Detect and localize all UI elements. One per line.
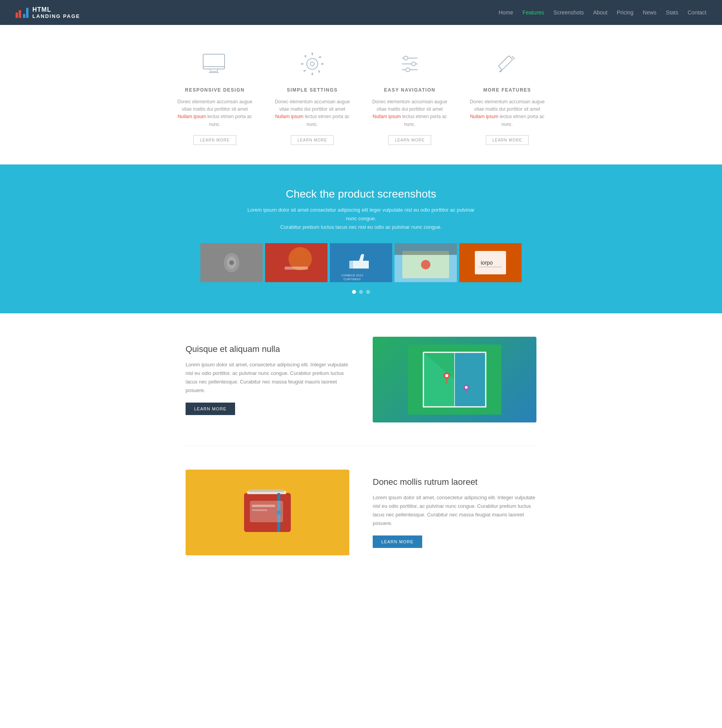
svg-rect-13 (498, 56, 513, 70)
feature-card-navigation: EASY NAVIGATION Donec elementum accumsan… (369, 48, 451, 145)
features-grid: RESPONSIVE DESIGN Donec elementum accums… (174, 48, 548, 145)
svg-point-44 (465, 386, 468, 389)
svg-rect-22 (285, 267, 308, 270)
screenshot-thumb-5[interactable]: iorpo (459, 243, 522, 282)
nav-link-home[interactable]: Home (499, 9, 513, 16)
nav-link-pricing[interactable]: Pricing (617, 9, 634, 16)
screenshots-section: Check the product screenshots Lorem ipsu… (0, 164, 722, 313)
nav-link-contact[interactable]: Contact (688, 9, 706, 16)
responsive-design-icon (199, 48, 230, 80)
nav-item-stats[interactable]: Stats (666, 9, 678, 16)
svg-rect-52 (250, 501, 283, 522)
feature-block-wallet-desc: Lorem ipsum dolor sit amet, consectetur … (373, 493, 536, 528)
nav-item-news[interactable]: News (643, 9, 657, 16)
screenshot-thumb-2[interactable] (265, 243, 327, 282)
svg-rect-24 (349, 261, 354, 269)
nav-item-home[interactable]: Home (499, 9, 513, 16)
nav-item-features[interactable]: Features (522, 9, 544, 16)
feature-block-wallet-text: Donec mollis rutrum laoreet Lorem ipsum … (373, 477, 536, 548)
nav-item-pricing[interactable]: Pricing (617, 9, 634, 16)
simple-settings-icon (297, 48, 328, 80)
screenshots-heading: Check the product screenshots (16, 188, 706, 200)
dot-3[interactable] (366, 290, 370, 294)
feature-block-wallet-image (186, 470, 349, 555)
feature-desc-more: Donec elementum accumsan augue vitae mat… (466, 98, 548, 128)
nav-item-about[interactable]: About (593, 9, 607, 16)
svg-rect-54 (252, 509, 267, 511)
nav-menu: Home Features Screenshots About Pricing … (499, 9, 706, 16)
feature-desc-responsive: Donec elementum accumsan augue vitae mat… (174, 98, 256, 128)
section-divider (186, 446, 536, 446)
features-section: RESPONSIVE DESIGN Donec elementum accums… (0, 25, 722, 164)
feature-block-wallet-button[interactable]: LEARN MORE (373, 535, 422, 548)
feature-block-map-title: Quisque et aliquam nulla (186, 344, 349, 354)
svg-point-6 (310, 62, 314, 66)
nav-link-screenshots[interactable]: Screenshots (554, 9, 584, 16)
screenshot-thumb-1[interactable] (200, 243, 263, 282)
svg-rect-30 (395, 243, 457, 255)
brand: HTML LANDING PAGE (16, 6, 499, 19)
screenshot-thumb-3[interactable]: COMECE 2013 CURTINDO! (330, 243, 392, 282)
dot-navigation (16, 290, 706, 294)
svg-point-41 (445, 374, 448, 377)
feature-title-responsive: RESPONSIVE DESIGN (174, 87, 256, 93)
feature-desc-settings: Donec elementum accumsan augue vitae mat… (271, 98, 353, 128)
easy-navigation-icon (394, 48, 425, 80)
svg-point-11 (412, 62, 416, 66)
feature-desc-navigation: Donec elementum accumsan augue vitae mat… (369, 98, 451, 128)
feature-card-responsive: RESPONSIVE DESIGN Donec elementum accums… (174, 48, 256, 145)
feature-block-map-text: Quisque et aliquam nulla Lorem ipsum dol… (186, 344, 349, 415)
feature-title-settings: SIMPLE SETTINGS (271, 87, 353, 93)
feature-card-settings: SIMPLE SETTINGS Donec elementum accumsan… (271, 48, 353, 145)
svg-point-5 (307, 58, 318, 69)
svg-text:COMECE 2013: COMECE 2013 (342, 274, 363, 277)
feature-learn-more[interactable]: LEARN MORE (486, 135, 529, 145)
svg-rect-34 (479, 267, 502, 267)
svg-point-10 (404, 56, 408, 60)
feature-block-map-desc: Lorem ipsum dolor sit amet, consectetur … (186, 360, 349, 395)
svg-rect-49 (249, 489, 284, 492)
svg-rect-53 (252, 505, 275, 507)
svg-point-18 (229, 260, 234, 265)
svg-point-12 (406, 68, 410, 72)
feature-title-more: MORE FEATURES (466, 87, 548, 93)
svg-point-29 (421, 260, 430, 269)
brand-icon (16, 7, 28, 18)
feature-block-map-image (373, 337, 536, 422)
brand-html-label: HTML (32, 6, 80, 13)
nav-link-news[interactable]: News (643, 9, 657, 16)
feature-block-map: Quisque et aliquam nulla Lorem ipsum dol… (186, 337, 536, 422)
map-illustration (373, 337, 536, 422)
brand-landing-label: LANDING PAGE (32, 13, 80, 19)
screenshots-row: COMECE 2013 CURTINDO! iorpo (16, 243, 706, 282)
brand-title: HTML LANDING PAGE (32, 6, 80, 19)
feature-learn-responsive[interactable]: LEARN MORE (193, 135, 236, 145)
feature-block-wallet: Donec mollis rutrum laoreet Lorem ipsum … (186, 470, 536, 555)
nav-item-screenshots[interactable]: Screenshots (554, 9, 584, 16)
feature-learn-settings[interactable]: LEARN MORE (291, 135, 334, 145)
svg-text:iorpo: iorpo (481, 260, 493, 266)
svg-text:CURTINDO!: CURTINDO! (343, 277, 361, 281)
feature-title-navigation: EASY NAVIGATION (369, 87, 451, 93)
feature-learn-navigation[interactable]: LEARN MORE (388, 135, 431, 145)
feature-block-wallet-title: Donec mollis rutrum laoreet (373, 477, 536, 487)
feature-blocks-section: Quisque et aliquam nulla Lorem ipsum dol… (0, 313, 722, 602)
dot-2[interactable] (359, 290, 363, 294)
nav-link-stats[interactable]: Stats (666, 9, 678, 16)
nav-item-contact[interactable]: Contact (688, 9, 706, 16)
screenshot-thumb-4[interactable] (395, 243, 457, 282)
nav-link-features[interactable]: Features (522, 9, 544, 16)
feature-block-map-button[interactable]: LEARN MORE (186, 403, 235, 415)
navbar: HTML LANDING PAGE Home Features Screensh… (0, 0, 722, 25)
screenshots-desc: Lorem ipsum dolor sit amet consectetur a… (244, 206, 478, 231)
dot-1[interactable] (352, 290, 356, 294)
wallet-illustration (186, 470, 349, 555)
more-features-icon (492, 48, 523, 80)
feature-card-more: MORE FEATURES Donec elementum accumsan a… (466, 48, 548, 145)
nav-link-about[interactable]: About (593, 9, 607, 16)
